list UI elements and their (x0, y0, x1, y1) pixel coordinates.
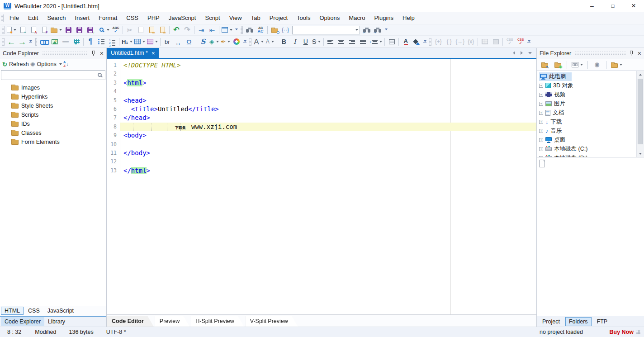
menu-search[interactable]: Search (43, 14, 70, 21)
tree-item-本地磁盘-d[interactable]: +本地磁盘 (D:) (537, 153, 636, 157)
tab-h-split-preview[interactable]: H-Split Preview (191, 316, 244, 327)
tree-item-ids[interactable]: IDs (0, 119, 106, 128)
toolbar-grip[interactable] (429, 38, 431, 46)
toolbar-overflow-button[interactable] (242, 37, 248, 46)
tab-close-icon[interactable]: × (152, 50, 155, 56)
tree-item-3d-对象[interactable]: +3D 对象 (537, 81, 636, 90)
new-php-document-button[interactable]: P (39, 25, 50, 35)
font-color-button[interactable]: A (400, 37, 411, 47)
code-editor[interactable]: 1<!DOCTYPE HTML>23<html>45<head>6 <title… (107, 59, 536, 314)
strikethrough-button[interactable]: S (311, 37, 322, 47)
color-wheel-button[interactable] (231, 37, 242, 47)
close-panel-icon[interactable]: × (100, 50, 104, 57)
toolbar-grip[interactable] (2, 26, 5, 34)
refresh-button[interactable]: ↻ Refresh (2, 61, 29, 67)
sort-button[interactable]: AZ ↓ (63, 61, 69, 68)
image-button[interactable] (49, 37, 60, 47)
tree-item-hyperlinks[interactable]: Hyperlinks (0, 92, 106, 101)
expand-icon[interactable]: + (539, 93, 543, 97)
panel-grip[interactable] (574, 52, 626, 56)
tab-list-icon[interactable] (528, 52, 532, 56)
code-line-text[interactable] (120, 70, 536, 78)
replace-button[interactable]: ABAC (255, 25, 266, 35)
tree-item-音乐[interactable]: +♪音乐 (537, 126, 636, 135)
document-tab[interactable]: Untitled1.htm * × (107, 48, 159, 58)
bold-button[interactable]: B (279, 37, 289, 47)
menu-view[interactable]: View (225, 14, 246, 21)
save-button[interactable] (63, 25, 74, 35)
align-right-button[interactable] (347, 37, 358, 47)
tree-item-classes[interactable]: Classes (0, 128, 106, 138)
menu-file[interactable]: File (5, 14, 24, 21)
menu-grip[interactable] (1, 14, 4, 22)
code-braces-button[interactable]: {··} (280, 25, 291, 35)
tree-item-scripts[interactable]: Scripts (0, 110, 106, 119)
close-panel-icon[interactable]: × (638, 50, 641, 57)
code-line-text[interactable]: <body> (120, 131, 536, 140)
line-break-button[interactable]: br (162, 37, 173, 47)
numbered-list-button[interactable]: 123 (107, 37, 118, 47)
align-justify-button[interactable] (358, 37, 369, 47)
save-as-button[interactable] (74, 25, 85, 35)
menu-php[interactable]: PHP (143, 14, 164, 21)
layout-panels-button[interactable] (221, 25, 233, 35)
italic-button[interactable]: I (289, 37, 300, 47)
scroll-tabs-right-icon[interactable] (521, 51, 523, 55)
expand-icon[interactable]: + (539, 129, 543, 133)
heading-button[interactable]: H1 (121, 37, 133, 47)
toolbar-grip[interactable] (35, 38, 37, 46)
undo-button[interactable]: ↶ (171, 25, 182, 35)
code-line-text[interactable]: <title>Untitled</title> (120, 105, 536, 114)
view-mode-button[interactable] (571, 60, 584, 70)
special-character-button[interactable]: Ω (184, 37, 194, 47)
save-all-button[interactable]: ↑ (85, 25, 95, 35)
menu-tools[interactable]: Tools (292, 14, 315, 21)
close-button[interactable]: × (623, 0, 644, 12)
css-style-button[interactable]: CSS✓ (515, 37, 526, 47)
code-line-text[interactable] (120, 140, 536, 149)
resize-grip[interactable] (636, 330, 640, 334)
tab-preview[interactable]: Preview (155, 316, 189, 327)
toolbar-overflow-button[interactable] (28, 37, 33, 46)
code-line-text[interactable]: </html> (120, 166, 536, 175)
paste-as-text-button[interactable]: ▭ (157, 25, 168, 35)
toolbar-grip[interactable] (249, 38, 251, 46)
folder-up-button[interactable]: ↖ (539, 60, 550, 70)
maximize-button[interactable]: □ (602, 0, 623, 12)
unindent-button[interactable]: ⇤ (207, 25, 218, 35)
toolbar-grip[interactable] (2, 38, 5, 46)
menu-help[interactable]: Help (398, 14, 419, 21)
file-list-pane[interactable] (537, 157, 644, 316)
scroll-down-icon[interactable] (637, 150, 644, 157)
code-line-text[interactable]: <head> (120, 96, 536, 105)
underline-button[interactable]: U (300, 37, 311, 47)
tree-item-下载[interactable]: +↓下载 (537, 117, 636, 126)
tab-v-split-preview[interactable]: V-Split Preview (246, 316, 298, 327)
tag-button[interactable]: ◈ (208, 37, 220, 47)
code-line-text[interactable]: 下载集www.xzji.com (120, 123, 536, 131)
paste-button[interactable]: ▭ (146, 25, 157, 35)
expand-icon[interactable]: + (539, 84, 543, 88)
tree-scrollbar[interactable] (636, 71, 644, 157)
new-text-document-button[interactable]: A (28, 25, 39, 35)
tab-javascript[interactable]: JavaScript (44, 307, 77, 314)
tree-item-图片[interactable]: +图片 (537, 99, 636, 108)
menu-project[interactable]: Project (265, 14, 292, 21)
menu-insert[interactable]: Insert (71, 14, 95, 21)
find-next-button[interactable]: → (372, 25, 383, 35)
expand-icon[interactable]: + (539, 147, 543, 151)
code-line-text[interactable]: </body> (120, 149, 536, 157)
fill-color-button[interactable] (411, 37, 422, 47)
new-folder-button[interactable]: ⊕ (552, 60, 563, 70)
bullet-list-button[interactable] (96, 37, 107, 47)
expand-icon[interactable]: + (539, 120, 543, 124)
toolbar-overflow-button[interactable] (422, 37, 428, 46)
form-button[interactable] (146, 37, 159, 47)
menu-css[interactable]: CSS (122, 14, 143, 21)
tree-item-images[interactable]: Images (0, 83, 106, 92)
grow-font-button[interactable]: A (253, 37, 264, 47)
find-binoculars-button[interactable] (244, 25, 255, 35)
hyperlink-button[interactable] (38, 37, 49, 47)
code-line-text[interactable]: <html> (120, 79, 536, 87)
paragraph-format-button[interactable] (386, 37, 397, 47)
